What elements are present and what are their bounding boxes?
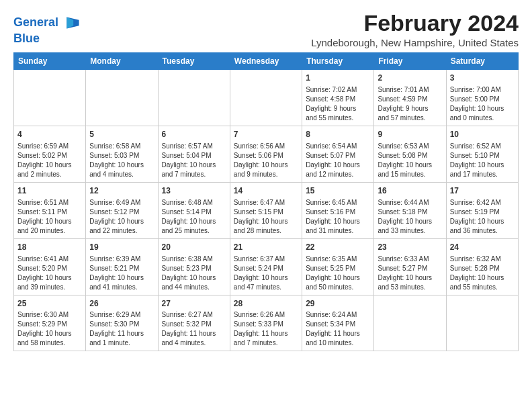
- day-info: Sunrise: 7:02 AM Sunset: 4:58 PM Dayligh…: [306, 85, 370, 123]
- calendar-cell: 12Sunrise: 6:49 AM Sunset: 5:12 PM Dayli…: [86, 182, 158, 238]
- day-info: Sunrise: 6:26 AM Sunset: 5:33 PM Dayligh…: [234, 310, 298, 348]
- day-header-friday: Friday: [374, 53, 446, 70]
- calendar-cell: 6Sunrise: 6:57 AM Sunset: 5:04 PM Daylig…: [158, 126, 230, 183]
- day-info: Sunrise: 6:51 AM Sunset: 5:11 PM Dayligh…: [17, 198, 82, 236]
- day-header-sunday: Sunday: [14, 53, 86, 70]
- calendar-cell: 13Sunrise: 6:48 AM Sunset: 5:14 PM Dayli…: [158, 182, 230, 238]
- day-info: Sunrise: 6:27 AM Sunset: 5:32 PM Dayligh…: [162, 310, 226, 348]
- calendar-cell: [14, 70, 86, 126]
- logo-line2: Blue: [13, 32, 80, 46]
- day-number: 17: [450, 185, 515, 197]
- calendar-cell: 1Sunrise: 7:02 AM Sunset: 4:58 PM Daylig…: [302, 70, 374, 126]
- day-number: 19: [89, 242, 154, 253]
- day-info: Sunrise: 6:39 AM Sunset: 5:21 PM Dayligh…: [89, 255, 154, 292]
- day-info: Sunrise: 6:38 AM Sunset: 5:23 PM Dayligh…: [162, 255, 226, 292]
- calendar-cell: 14Sunrise: 6:47 AM Sunset: 5:15 PM Dayli…: [230, 182, 302, 238]
- title-area: February 2024 Lyndeborough, New Hampshir…: [311, 11, 519, 48]
- calendar-cell: 19Sunrise: 6:39 AM Sunset: 5:21 PM Dayli…: [86, 238, 158, 295]
- day-info: Sunrise: 6:37 AM Sunset: 5:24 PM Dayligh…: [234, 255, 298, 292]
- day-number: 11: [17, 185, 82, 197]
- header: General Blue February 2024 Lyndeborough,…: [13, 11, 519, 48]
- calendar-cell: 25Sunrise: 6:30 AM Sunset: 5:29 PM Dayli…: [14, 295, 86, 351]
- week-row-3: 18Sunrise: 6:41 AM Sunset: 5:20 PM Dayli…: [14, 238, 519, 295]
- day-header-monday: Monday: [86, 53, 158, 70]
- day-number: 26: [89, 298, 154, 310]
- day-number: 4: [17, 129, 82, 140]
- day-info: Sunrise: 6:54 AM Sunset: 5:07 PM Dayligh…: [306, 142, 370, 179]
- week-row-1: 4Sunrise: 6:59 AM Sunset: 5:02 PM Daylig…: [14, 126, 519, 183]
- day-number: 28: [234, 298, 298, 310]
- day-number: 2: [378, 73, 442, 84]
- calendar-cell: 28Sunrise: 6:26 AM Sunset: 5:33 PM Dayli…: [230, 295, 302, 351]
- day-info: Sunrise: 6:52 AM Sunset: 5:10 PM Dayligh…: [450, 142, 515, 179]
- day-info: Sunrise: 6:24 AM Sunset: 5:34 PM Dayligh…: [306, 310, 370, 348]
- calendar-cell: 11Sunrise: 6:51 AM Sunset: 5:11 PM Dayli…: [14, 182, 86, 238]
- day-number: 6: [162, 129, 226, 140]
- calendar-cell: 21Sunrise: 6:37 AM Sunset: 5:24 PM Dayli…: [230, 238, 302, 295]
- day-number: 24: [450, 242, 515, 253]
- logo-text: General: [13, 16, 58, 30]
- day-info: Sunrise: 6:49 AM Sunset: 5:12 PM Dayligh…: [89, 198, 154, 236]
- day-header-tuesday: Tuesday: [158, 53, 230, 70]
- logo-icon: [61, 13, 80, 32]
- calendar-cell: 27Sunrise: 6:27 AM Sunset: 5:32 PM Dayli…: [158, 295, 230, 351]
- calendar-cell: [158, 70, 230, 126]
- day-number: 13: [162, 185, 226, 197]
- week-row-4: 25Sunrise: 6:30 AM Sunset: 5:29 PM Dayli…: [14, 295, 519, 351]
- day-number: 10: [450, 129, 515, 140]
- day-info: Sunrise: 7:01 AM Sunset: 4:59 PM Dayligh…: [378, 85, 442, 123]
- calendar-cell: 2Sunrise: 7:01 AM Sunset: 4:59 PM Daylig…: [374, 70, 446, 126]
- calendar-cell: 22Sunrise: 6:35 AM Sunset: 5:25 PM Dayli…: [302, 238, 374, 295]
- calendar-cell: [374, 295, 446, 351]
- day-info: Sunrise: 6:53 AM Sunset: 5:08 PM Dayligh…: [378, 142, 442, 179]
- calendar-cell: 18Sunrise: 6:41 AM Sunset: 5:20 PM Dayli…: [14, 238, 86, 295]
- day-number: 20: [162, 242, 226, 253]
- calendar-cell: [86, 70, 158, 126]
- day-number: 16: [378, 185, 442, 197]
- day-number: 5: [89, 129, 154, 140]
- day-number: 3: [450, 73, 515, 84]
- day-number: 8: [306, 129, 370, 140]
- calendar-cell: 10Sunrise: 6:52 AM Sunset: 5:10 PM Dayli…: [446, 126, 518, 183]
- logo: General Blue: [13, 13, 80, 46]
- day-info: Sunrise: 6:41 AM Sunset: 5:20 PM Dayligh…: [17, 255, 82, 292]
- day-info: Sunrise: 6:47 AM Sunset: 5:15 PM Dayligh…: [234, 198, 298, 236]
- day-info: Sunrise: 6:30 AM Sunset: 5:29 PM Dayligh…: [17, 310, 82, 348]
- calendar-cell: 16Sunrise: 6:44 AM Sunset: 5:18 PM Dayli…: [374, 182, 446, 238]
- calendar-cell: 3Sunrise: 7:00 AM Sunset: 5:00 PM Daylig…: [446, 70, 518, 126]
- calendar-cell: 7Sunrise: 6:56 AM Sunset: 5:06 PM Daylig…: [230, 126, 302, 183]
- calendar-cell: 8Sunrise: 6:54 AM Sunset: 5:07 PM Daylig…: [302, 126, 374, 183]
- calendar-cell: 15Sunrise: 6:45 AM Sunset: 5:16 PM Dayli…: [302, 182, 374, 238]
- calendar-cell: 26Sunrise: 6:29 AM Sunset: 5:30 PM Dayli…: [86, 295, 158, 351]
- day-info: Sunrise: 6:58 AM Sunset: 5:03 PM Dayligh…: [89, 142, 154, 179]
- day-header-thursday: Thursday: [302, 53, 374, 70]
- day-number: 12: [89, 185, 154, 197]
- day-number: 27: [162, 298, 226, 310]
- calendar-cell: 9Sunrise: 6:53 AM Sunset: 5:08 PM Daylig…: [374, 126, 446, 183]
- day-number: 18: [17, 242, 82, 253]
- day-info: Sunrise: 6:57 AM Sunset: 5:04 PM Dayligh…: [162, 142, 226, 179]
- week-row-2: 11Sunrise: 6:51 AM Sunset: 5:11 PM Dayli…: [14, 182, 519, 238]
- calendar-header: SundayMondayTuesdayWednesdayThursdayFrid…: [14, 53, 519, 70]
- calendar-cell: 17Sunrise: 6:42 AM Sunset: 5:19 PM Dayli…: [446, 182, 518, 238]
- week-row-0: 1Sunrise: 7:02 AM Sunset: 4:58 PM Daylig…: [14, 70, 519, 126]
- calendar-cell: 20Sunrise: 6:38 AM Sunset: 5:23 PM Dayli…: [158, 238, 230, 295]
- page: General Blue February 2024 Lyndeborough,…: [0, 0, 532, 358]
- day-info: Sunrise: 6:29 AM Sunset: 5:30 PM Dayligh…: [89, 310, 154, 348]
- day-info: Sunrise: 6:48 AM Sunset: 5:14 PM Dayligh…: [162, 198, 226, 236]
- day-number: 23: [378, 242, 442, 253]
- day-info: Sunrise: 6:35 AM Sunset: 5:25 PM Dayligh…: [306, 255, 370, 292]
- day-number: 29: [306, 298, 370, 310]
- calendar-cell: [230, 70, 302, 126]
- day-info: Sunrise: 7:00 AM Sunset: 5:00 PM Dayligh…: [450, 85, 515, 123]
- day-number: 21: [234, 242, 298, 253]
- calendar-cell: 4Sunrise: 6:59 AM Sunset: 5:02 PM Daylig…: [14, 126, 86, 183]
- calendar-cell: 29Sunrise: 6:24 AM Sunset: 5:34 PM Dayli…: [302, 295, 374, 351]
- day-number: 22: [306, 242, 370, 253]
- day-header-saturday: Saturday: [446, 53, 518, 70]
- calendar-cell: 23Sunrise: 6:33 AM Sunset: 5:27 PM Dayli…: [374, 238, 446, 295]
- day-number: 25: [17, 298, 82, 310]
- calendar-cell: 5Sunrise: 6:58 AM Sunset: 5:03 PM Daylig…: [86, 126, 158, 183]
- day-info: Sunrise: 6:32 AM Sunset: 5:28 PM Dayligh…: [450, 255, 515, 292]
- day-info: Sunrise: 6:59 AM Sunset: 5:02 PM Dayligh…: [17, 142, 82, 179]
